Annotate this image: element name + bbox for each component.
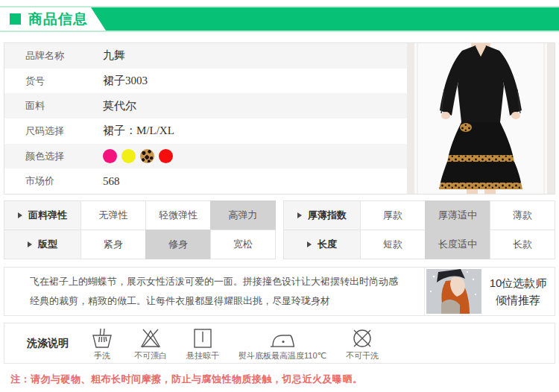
attr-header-fit: 版型: [4, 230, 81, 259]
triangle-marker-icon: [297, 212, 302, 218]
attr-group-elasticity: 面料弹性 无弹性 轻微弹性 高弹力: [4, 200, 276, 230]
section-header: 商品信息: [0, 6, 559, 32]
row-label: 货号: [4, 75, 103, 88]
attr-option[interactable]: 轻微弹性: [145, 200, 211, 230]
row-value: 568: [103, 175, 120, 188]
washing-label: 洗涤说明: [27, 337, 69, 350]
color-swatch-yellow[interactable]: [121, 149, 136, 163]
attr-option[interactable]: 厚款: [360, 200, 426, 230]
attr-header-label: 版型: [38, 238, 57, 251]
table-row-market-price: 市场价 568: [4, 168, 407, 194]
product-spec-table: 品牌名称 九舞 货号 裙子3003 面料 莫代尔 尺码选择 裙子：M/L/XL …: [4, 43, 407, 194]
wash-item-iron-max-110: 熨斗底板最高温度110℃: [239, 326, 326, 361]
row-value: 裙子3003: [103, 74, 148, 88]
attributes-section: 面料弹性 无弹性 轻微弹性 高弹力 厚薄指数 厚款 厚薄适中 薄款 版型: [4, 200, 555, 259]
attr-header-length: 长度: [283, 230, 361, 259]
color-swatch-red[interactable]: [159, 149, 173, 163]
attr-option[interactable]: 短款: [360, 230, 426, 259]
stylist-thumbnail: [426, 269, 481, 314]
hand-wash-icon: [89, 326, 115, 350]
wash-item-hang-dry: 悬挂晾干: [186, 326, 219, 361]
row-value: 裙子：M/L/XL: [103, 124, 174, 138]
recommend-area: 10位选款师 倾情推荐: [424, 268, 555, 315]
wash-item-no-dry-clean: 不可干洗: [346, 326, 379, 361]
row-label: 颜色选择: [4, 150, 103, 163]
header-title-area: 商品信息: [0, 7, 559, 31]
attr-option[interactable]: 长款: [490, 230, 555, 259]
attr-header-elasticity: 面料弹性: [4, 200, 81, 230]
product-info-box: 品牌名称 九舞 货号 裙子3003 面料 莫代尔 尺码选择 裙子：M/L/XL …: [4, 42, 555, 195]
row-label: 尺码选择: [4, 124, 103, 138]
table-row-size: 尺码选择 裙子：M/L/XL: [4, 118, 407, 144]
care-warning-note: 注：请勿与硬物、粗布长时间摩擦，防止与腐蚀性物质接触，切忌近火及曝晒。: [4, 373, 555, 386]
attr-row-2: 版型 紧身 修身 宽松 长度 短款 长度适中 长款: [4, 230, 555, 259]
recommend-line-2: 倾情推荐: [481, 291, 555, 309]
table-row-fabric: 面料 莫代尔: [4, 93, 407, 118]
product-info-page: 商品信息 品牌名称 九舞 货号 裙子3003 面料 莫代尔 尺码选择 裙子：M/…: [0, 0, 559, 392]
page-title: 商品信息: [28, 10, 88, 29]
attr-option[interactable]: 无弹性: [80, 200, 146, 230]
attr-option-selected[interactable]: 高弹力: [210, 200, 276, 230]
attr-header-label: 厚薄指数: [308, 209, 347, 222]
table-row-color: 颜色选择: [4, 144, 407, 169]
attr-option-selected[interactable]: 长度适中: [425, 230, 490, 259]
attr-header-label: 面料弹性: [28, 209, 67, 222]
row-label: 品牌名称: [4, 49, 103, 63]
row-value: 莫代尔: [103, 99, 136, 113]
wash-caption: 不可干洗: [346, 350, 379, 361]
wash-caption: 悬挂晾干: [186, 350, 219, 361]
triangle-marker-icon: [307, 241, 312, 247]
description-box: 飞在裙子上的蝴蝶节，展示女性活泼可爱的一面。拼接撞色设计让大裙摆转出时尚动感 经…: [4, 267, 555, 316]
row-label: 面料: [4, 99, 103, 113]
description-line: 经典的裁剪，精致的做工。让每件衣服都显得耀眼出挑，尽显玲珑身材: [30, 291, 424, 311]
wash-item-hand-wash: 手洗: [89, 326, 115, 361]
attr-group-length: 长度 短款 长度适中 长款: [283, 230, 555, 259]
no-dry-clean-icon: [351, 326, 373, 350]
iron-max-110-icon: [268, 326, 297, 350]
attr-option[interactable]: 紧身: [80, 230, 146, 259]
attr-group-thickness: 厚薄指数 厚款 厚薄适中 薄款: [283, 200, 555, 230]
description-text: 飞在裙子上的蝴蝶节，展示女性活泼可爱的一面。拼接撞色设计让大裙摆转出时尚动感 经…: [4, 268, 424, 315]
black-dress-illustration: [407, 43, 555, 194]
color-swatch-rose[interactable]: [103, 149, 117, 163]
table-row-brand: 品牌名称 九舞: [4, 43, 407, 69]
attr-option[interactable]: 薄款: [490, 200, 555, 230]
wash-item-no-bleach: 不可漂白: [134, 326, 167, 361]
recommend-text: 10位选款师 倾情推荐: [481, 274, 555, 309]
recommend-line-1: 10位选款师: [481, 274, 555, 291]
color-swatches: [103, 149, 177, 163]
attr-option-selected[interactable]: 修身: [145, 230, 211, 259]
row-label: 市场价: [4, 174, 103, 188]
attr-option[interactable]: 宽松: [210, 230, 276, 259]
table-row-item-number: 货号 裙子3003: [4, 69, 407, 94]
triangle-marker-icon: [18, 212, 22, 218]
attr-group-fit: 版型 紧身 修身 宽松: [4, 230, 276, 259]
hang-dry-icon: [192, 326, 213, 350]
row-value: 九舞: [103, 48, 125, 63]
wash-caption: 熨斗底板最高温度110℃: [239, 350, 326, 361]
product-photo: [407, 43, 555, 194]
color-swatch-leopard[interactable]: [140, 149, 154, 163]
attr-row-1: 面料弹性 无弹性 轻微弹性 高弹力 厚薄指数 厚款 厚薄适中 薄款: [4, 200, 555, 230]
washing-instructions-box: 洗涤说明 手洗 不可漂白: [4, 323, 555, 364]
attr-header-label: 长度: [318, 238, 337, 251]
description-line: 飞在裙子上的蝴蝶节，展示女性活泼可爱的一面。拼接撞色设计让大裙摆转出时尚动感: [30, 272, 424, 291]
attr-option-selected[interactable]: 厚薄适中: [425, 200, 490, 230]
wash-caption: 不可漂白: [134, 350, 167, 361]
no-bleach-icon: [139, 326, 162, 350]
attr-header-thickness: 厚薄指数: [283, 200, 361, 230]
title-square-icon: [10, 13, 21, 25]
triangle-marker-icon: [28, 241, 32, 247]
wash-caption: 手洗: [94, 350, 110, 361]
